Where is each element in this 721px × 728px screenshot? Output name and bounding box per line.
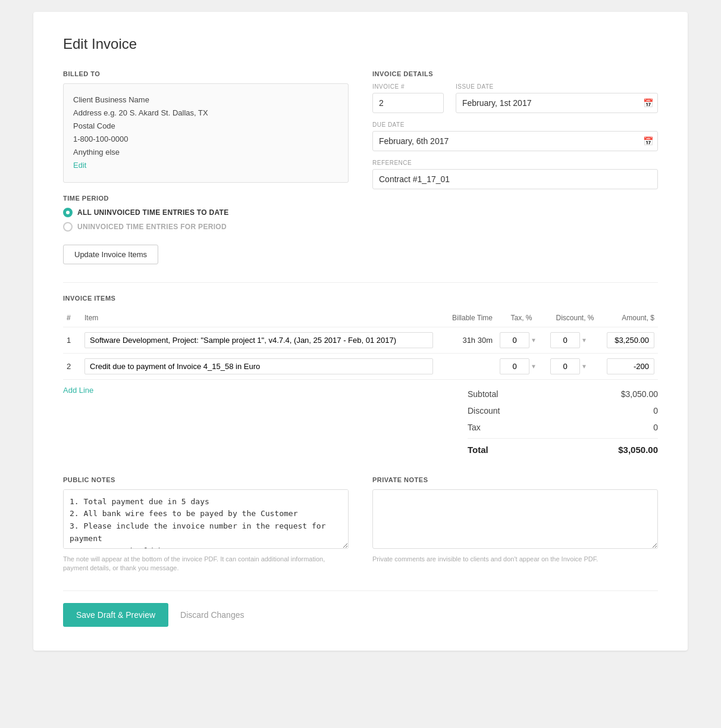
client-name: Client Business Name (73, 93, 338, 107)
summary-table: Subtotal $3,050.00 Discount 0 Tax 0 Tota… (468, 386, 658, 458)
col-tax: Tax, % (496, 309, 547, 327)
row2-amount-input[interactable] (607, 358, 654, 374)
table-row: 2 ▼ ▼ (63, 353, 658, 379)
top-section: BILLED TO Client Business Name Address e… (63, 70, 658, 264)
public-notes-label: PUBLIC NOTES (63, 476, 349, 483)
public-notes-textarea[interactable]: 1. Total payment due in 5 days 2. All ba… (63, 489, 349, 549)
due-date-wrapper: 📅 (372, 131, 658, 151)
invoice-num-input[interactable] (372, 93, 444, 113)
row2-tax-input[interactable] (500, 358, 529, 374)
row1-desc-input[interactable] (84, 332, 433, 348)
row2-tax: ▼ (496, 353, 547, 379)
col-discount: Discount, % (547, 309, 603, 327)
row1-discount-arrow[interactable]: ▼ (581, 337, 587, 343)
discount-row: Discount 0 (468, 402, 658, 419)
issue-date-input[interactable] (456, 93, 658, 113)
discard-changes-button[interactable]: Discard Changes (180, 610, 244, 620)
subtotal-label: Subtotal (468, 389, 498, 399)
client-address: Address e.g. 20 S. Akard St. Dallas, TX (73, 107, 338, 120)
radio-all-label: ALL UNINVOICED TIME ENTRIES TO DATE (77, 208, 229, 217)
table-header-row: # Item Billable Time Tax, % Discount, % … (63, 309, 658, 327)
invoice-num-label: INVOICE # (372, 83, 444, 90)
invoice-num-group: INVOICE # (372, 83, 444, 113)
row1-amount-input[interactable] (607, 332, 654, 348)
row2-desc (81, 353, 437, 379)
private-notes-hint: Private comments are invisible to client… (372, 555, 658, 564)
radio-all-uninvoiced[interactable]: ALL UNINVOICED TIME ENTRIES TO DATE (63, 208, 349, 217)
invoice-items-section: INVOICE ITEMS # Item Billable Time Tax, … (63, 295, 658, 458)
invoice-items-label: INVOICE ITEMS (63, 295, 658, 302)
col-amount: Amount, $ (603, 309, 658, 327)
row1-num: 1 (63, 327, 81, 353)
reference-group: REFERENCE (372, 160, 658, 189)
row1-amount (603, 327, 658, 353)
subtotal-value: $3,050.00 (621, 389, 658, 399)
tax-row: Tax 0 (468, 419, 658, 436)
row1-desc (81, 327, 437, 353)
row1-time: 31h 30m (437, 327, 496, 353)
tax-label: Tax (468, 423, 481, 432)
time-period-section: TIME PERIOD ALL UNINVOICED TIME ENTRIES … (63, 195, 349, 264)
client-phone: 1-800-100-0000 (73, 133, 338, 146)
issue-date-label: ISSUE DATE (456, 83, 658, 90)
time-period-label: TIME PERIOD (63, 195, 349, 202)
notes-section: PUBLIC NOTES 1. Total payment due in 5 d… (63, 476, 658, 573)
private-notes-label: PRIVATE NOTES (372, 476, 658, 483)
update-invoice-items-button[interactable]: Update Invoice Items (63, 245, 158, 264)
due-date-row: DUE DATE 📅 (372, 121, 658, 151)
col-billable-time: Billable Time (437, 309, 496, 327)
due-date-label: DUE DATE (372, 121, 658, 128)
row2-discount: ▼ (547, 353, 603, 379)
invoice-details-label: INVOICE DETAILS (372, 70, 658, 77)
col-item: Item (81, 309, 437, 327)
row1-tax-select: ▼ (500, 332, 543, 348)
save-draft-button[interactable]: Save Draft & Preview (63, 603, 168, 627)
reference-input[interactable] (372, 169, 658, 189)
client-postal: Postal Code (73, 120, 338, 133)
row1-tax-input[interactable] (500, 332, 529, 348)
add-line-summary-row: Add Line Subtotal $3,050.00 Discount 0 T… (63, 386, 658, 458)
issue-date-wrapper: 📅 (456, 93, 658, 113)
billed-to-label: BILLED TO (63, 70, 349, 77)
issue-date-group: ISSUE DATE 📅 (456, 83, 658, 113)
discount-label: Discount (468, 406, 500, 415)
radio-period[interactable]: UNINVOICED TIME ENTRIES FOR PERIOD (63, 222, 349, 232)
private-notes-textarea[interactable] (372, 489, 658, 549)
tax-value: 0 (653, 423, 658, 432)
row2-amount (603, 353, 658, 379)
row1-time-value: 31h 30m (462, 336, 493, 345)
radio-active-icon (63, 208, 73, 217)
public-notes-col: PUBLIC NOTES 1. Total payment due in 5 d… (63, 476, 349, 573)
total-label: Total (468, 445, 488, 455)
billed-to-box: Client Business Name Address e.g. 20 S. … (63, 83, 349, 183)
footer-actions: Save Draft & Preview Discard Changes (63, 590, 658, 627)
invoice-items-table: # Item Billable Time Tax, % Discount, % … (63, 309, 658, 380)
row1-discount-select: ▼ (550, 332, 600, 348)
row1-discount: ▼ (547, 327, 603, 353)
add-line-link[interactable]: Add Line (63, 386, 93, 395)
row2-discount-input[interactable] (550, 358, 580, 374)
public-notes-hint: The note will appear at the bottom of th… (63, 555, 349, 573)
client-extra: Anything else (73, 146, 338, 159)
private-notes-col: PRIVATE NOTES Private comments are invis… (372, 476, 658, 573)
right-column: INVOICE DETAILS INVOICE # ISSUE DATE 📅 D… (372, 70, 658, 264)
left-column: BILLED TO Client Business Name Address e… (63, 70, 349, 264)
divider-1 (63, 282, 658, 283)
row2-time (437, 353, 496, 379)
radio-inactive-icon (63, 222, 73, 232)
row2-tax-arrow[interactable]: ▼ (531, 363, 537, 370)
row2-desc-input[interactable] (84, 358, 433, 374)
discount-value: 0 (653, 406, 658, 415)
edit-client-link[interactable]: Edit (73, 161, 86, 170)
reference-label: REFERENCE (372, 160, 658, 166)
total-value: $3,050.00 (618, 445, 658, 455)
table-row: 1 31h 30m ▼ (63, 327, 658, 353)
due-date-group: DUE DATE 📅 (372, 121, 658, 151)
total-row: Total $3,050.00 (468, 438, 658, 458)
row2-discount-arrow[interactable]: ▼ (581, 363, 587, 370)
row1-discount-input[interactable] (550, 332, 580, 348)
due-date-input[interactable] (372, 131, 658, 151)
row1-tax-arrow[interactable]: ▼ (531, 337, 537, 343)
reference-row: REFERENCE (372, 160, 658, 189)
row2-num: 2 (63, 353, 81, 379)
